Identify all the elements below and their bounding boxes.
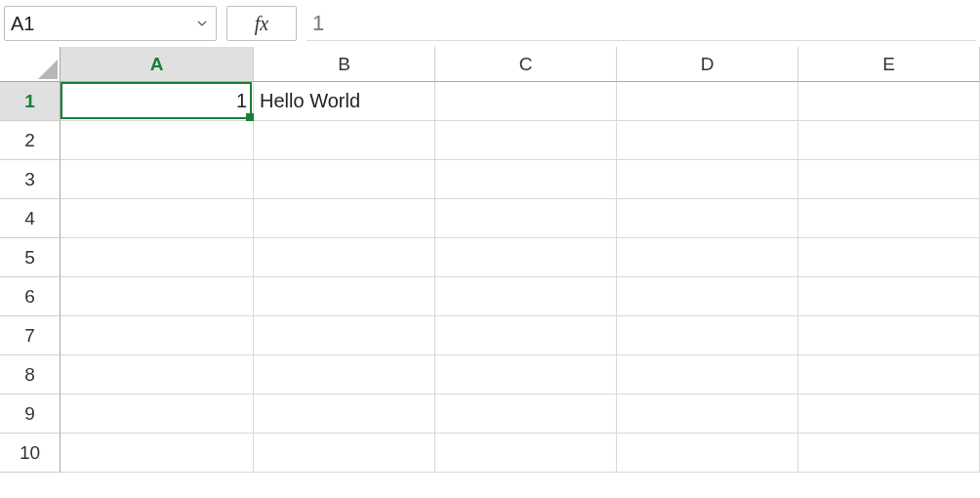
row-7: 7 [0,316,980,355]
select-all-corner[interactable] [0,47,61,82]
cell-B5[interactable] [254,238,435,277]
cell-C8[interactable] [435,355,617,394]
cell-E1[interactable] [798,82,980,121]
cell-A9[interactable] [61,394,254,434]
col-header-B[interactable]: B [254,47,435,82]
cell-B9[interactable] [254,394,435,434]
cell-C10[interactable] [435,434,617,473]
row-8: 8 [0,355,980,394]
row-5: 5 [0,238,980,277]
fx-button[interactable]: fx [226,6,297,41]
cell-D1[interactable] [617,82,798,121]
formula-input[interactable]: 1 [306,6,976,41]
chevron-down-icon[interactable] [194,16,210,31]
row-header-7[interactable]: 7 [0,316,61,355]
row-9: 9 [0,394,980,434]
row-header-5[interactable]: 5 [0,238,61,277]
cell-A10[interactable] [61,434,254,473]
cell-E3[interactable] [798,160,980,199]
row-6: 6 [0,277,980,316]
cell-A3[interactable] [61,160,254,199]
column-header-row: A B C D E [0,47,980,82]
cell-E5[interactable] [798,238,980,277]
cell-A2[interactable] [61,121,254,160]
cell-A4[interactable] [61,199,254,238]
cell-C2[interactable] [435,121,617,160]
row-2: 2 [0,121,980,160]
cell-D7[interactable] [617,316,798,355]
cell-E4[interactable] [798,199,980,238]
cell-D10[interactable] [617,434,798,473]
cell-B6[interactable] [254,277,435,316]
row-header-6[interactable]: 6 [0,277,61,316]
fill-handle[interactable] [246,113,254,121]
formula-bar: A1 fx 1 [0,0,980,47]
cell-B2[interactable] [254,121,435,160]
row-4: 4 [0,199,980,238]
cell-B4[interactable] [254,199,435,238]
col-header-C[interactable]: C [435,47,617,82]
row-header-8[interactable]: 8 [0,355,61,394]
cell-B8[interactable] [254,355,435,394]
cell-D9[interactable] [617,394,798,434]
col-header-A[interactable]: A [61,47,254,82]
name-box[interactable]: A1 [11,13,194,35]
cell-D3[interactable] [617,160,798,199]
row-3: 3 [0,160,980,199]
cell-C4[interactable] [435,199,617,238]
name-box-container[interactable]: A1 [4,6,217,41]
cell-D8[interactable] [617,355,798,394]
cell-D4[interactable] [617,199,798,238]
cell-D5[interactable] [617,238,798,277]
select-all-triangle-icon [38,60,58,79]
formula-value: 1 [312,11,324,36]
row-header-3[interactable]: 3 [0,160,61,199]
cell-A1[interactable]: 1 [61,82,254,121]
cell-A6[interactable] [61,277,254,316]
cell-C9[interactable] [435,394,617,434]
row-1: 1 1 Hello World [0,82,980,121]
cell-A7[interactable] [61,316,254,355]
fx-icon: fx [255,13,268,35]
cell-E8[interactable] [798,355,980,394]
col-header-E[interactable]: E [798,47,980,82]
cell-A8[interactable] [61,355,254,394]
cell-B1[interactable]: Hello World [254,82,435,121]
row-header-2[interactable]: 2 [0,121,61,160]
row-header-9[interactable]: 9 [0,394,61,434]
cell-C7[interactable] [435,316,617,355]
row-header-10[interactable]: 10 [0,434,61,473]
row-10: 10 [0,434,980,473]
col-header-D[interactable]: D [617,47,798,82]
row-header-1[interactable]: 1 [0,82,61,121]
cell-E9[interactable] [798,394,980,434]
spreadsheet-grid: A B C D E 1 1 Hello World 2 3 4 5 [0,47,980,473]
cell-D6[interactable] [617,277,798,316]
cell-C1[interactable] [435,82,617,121]
row-header-4[interactable]: 4 [0,199,61,238]
cell-B7[interactable] [254,316,435,355]
cell-E2[interactable] [798,121,980,160]
cell-A5[interactable] [61,238,254,277]
cell-E6[interactable] [798,277,980,316]
cell-C3[interactable] [435,160,617,199]
cell-E7[interactable] [798,316,980,355]
cell-B10[interactable] [254,434,435,473]
cell-D2[interactable] [617,121,798,160]
cell-C5[interactable] [435,238,617,277]
cell-C6[interactable] [435,277,617,316]
cell-E10[interactable] [798,434,980,473]
cell-B3[interactable] [254,160,435,199]
